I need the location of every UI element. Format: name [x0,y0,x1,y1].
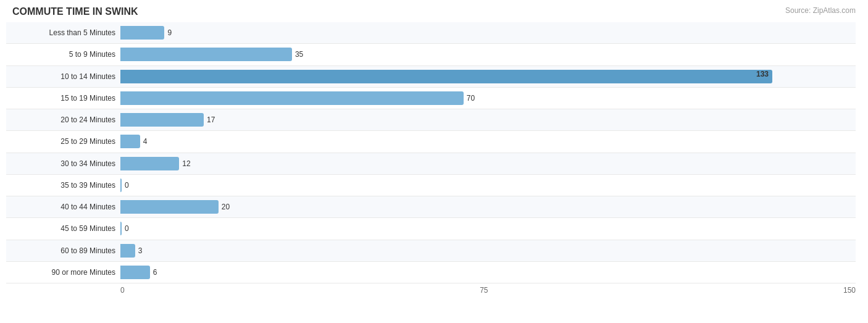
bar-track: 70 [120,91,856,105]
bar-value: 3 [138,246,143,255]
bar-fill [120,244,135,258]
bar-value: 35 [295,50,303,59]
bar-track: 0 [120,178,856,192]
bar-label: Less than 5 Minutes [6,28,120,37]
bar-row: 60 to 89 Minutes3 [6,240,856,262]
bar-row: 25 to 29 Minutes4 [6,131,856,153]
bar-label: 90 or more Minutes [6,268,120,277]
bar-fill [120,266,150,279]
bar-track: 6 [120,266,856,279]
bar-fill [120,222,122,235]
bar-label: 35 to 39 Minutes [6,181,120,190]
bar-track: 17 [120,113,856,127]
bar-track: 3 [120,244,856,258]
bar-value: 70 [467,94,475,103]
bar-fill [120,200,219,214]
bar-label: 45 to 59 Minutes [6,224,120,233]
bar-value: 12 [182,159,190,168]
bar-row: 20 to 24 Minutes17 [6,109,856,131]
x-axis-label: 75 [480,286,488,295]
bar-value: 9 [167,28,172,37]
bar-label: 20 to 24 Minutes [6,115,120,124]
bar-row: 90 or more Minutes6 [6,262,856,283]
bar-fill: 133 [120,70,772,83]
bar-track: 20 [120,200,856,214]
bar-track: 4 [120,135,856,148]
bar-value-inside: 133 [756,70,769,78]
bar-track: 35 [120,48,856,61]
chart-title: COMMUTE TIME IN SWINK [6,6,856,17]
x-axis-labels: 075150 [120,286,856,295]
bar-label: 10 to 14 Minutes [6,72,120,81]
bar-label: 60 to 89 Minutes [6,246,120,255]
bar-row: 10 to 14 Minutes133 [6,66,856,88]
bar-value: 20 [222,203,230,211]
bar-label: 30 to 34 Minutes [6,159,120,168]
bar-row: 35 to 39 Minutes0 [6,175,856,196]
bar-row: 40 to 44 Minutes20 [6,196,856,218]
bar-label: 25 to 29 Minutes [6,137,120,146]
bar-value: 17 [207,115,215,124]
bar-track: 0 [120,222,856,235]
x-axis: 075150 [120,283,856,295]
bar-label: 15 to 19 Minutes [6,94,120,103]
chart-container: COMMUTE TIME IN SWINK Source: ZipAtlas.c… [0,0,868,323]
bar-row: Less than 5 Minutes9 [6,22,856,44]
bar-fill [120,178,122,192]
bar-label: 40 to 44 Minutes [6,203,120,211]
bar-row: 45 to 59 Minutes0 [6,218,856,240]
bar-row: 30 to 34 Minutes12 [6,153,856,175]
bar-fill [120,113,204,127]
bar-row: 15 to 19 Minutes70 [6,88,856,109]
x-axis-label: 150 [843,286,856,295]
chart-area: Less than 5 Minutes95 to 9 Minutes3510 t… [6,22,856,283]
bar-fill [120,48,292,61]
bar-fill [120,26,164,40]
bar-value: 4 [143,137,148,146]
bar-value: 0 [125,181,129,190]
bar-label: 5 to 9 Minutes [6,50,120,59]
bar-value: 6 [153,268,157,277]
x-axis-label: 0 [120,286,125,295]
bar-track: 12 [120,157,856,170]
source-label: Source: ZipAtlas.com [785,6,856,15]
bar-fill [120,91,464,105]
bar-fill [120,157,179,170]
bar-value: 0 [125,224,129,233]
bar-track: 9 [120,26,856,40]
bar-fill [120,135,140,148]
bar-track: 133 [120,70,856,83]
bar-row: 5 to 9 Minutes35 [6,44,856,65]
